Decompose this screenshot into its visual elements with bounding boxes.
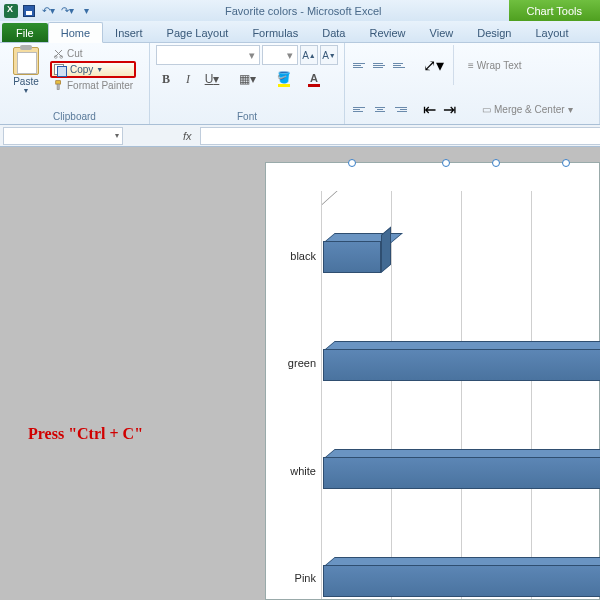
chart-category-label: Pink (295, 572, 316, 584)
align-right-button[interactable] (391, 100, 409, 118)
selection-handle[interactable] (492, 159, 500, 167)
merge-center-button[interactable]: ▭Merge & Center▾ (482, 104, 573, 115)
shrink-font-button[interactable]: A▼ (320, 45, 338, 65)
group-clipboard: Paste ▼ Cut Copy ▼ Format Painter C (0, 43, 150, 124)
instruction-annotation: Press "Ctrl + C" (28, 425, 143, 443)
underline-label: U (205, 72, 214, 86)
chart-bar-white[interactable] (323, 449, 600, 489)
font-size-combo[interactable]: ▾ (262, 45, 298, 65)
ribbon: Paste ▼ Cut Copy ▼ Format Painter C (0, 43, 600, 125)
chart-gridline (321, 191, 322, 599)
svg-rect-2 (56, 81, 61, 84)
chart-bar-black[interactable] (323, 233, 381, 273)
align-middle-button[interactable] (371, 56, 389, 74)
undo-button[interactable]: ↶▾ (40, 3, 56, 19)
align-top-button[interactable] (351, 56, 369, 74)
fill-color-button[interactable]: 🪣 (270, 69, 298, 89)
italic-button[interactable]: I (178, 69, 198, 89)
wrap-text-button[interactable]: ≡Wrap Text (468, 60, 522, 71)
group-label-font: Font (156, 110, 338, 124)
chart-object[interactable]: black green white Pink (265, 162, 600, 600)
merge-label: Merge & Center (494, 104, 565, 115)
title-bar: ↶▾ ↷▾ ▾ Favorite colors - Microsoft Exce… (0, 0, 600, 21)
chart-category-label: green (288, 357, 316, 369)
format-painter-button[interactable]: Format Painter (50, 79, 136, 92)
cut-label: Cut (67, 48, 83, 59)
chart-bar-green[interactable] (323, 341, 600, 381)
grow-font-button[interactable]: A▲ (300, 45, 318, 65)
copy-button[interactable]: Copy ▼ (50, 61, 136, 78)
border-button[interactable]: ▦▾ (234, 69, 260, 89)
group-font: ▾ ▾ A▲ A▼ B I U▾ ▦▾ 🪣 A Font (150, 43, 345, 124)
tab-design[interactable]: Design (465, 23, 523, 42)
group-alignment: ⤢▾ ≡Wrap Text ⇤ ⇥ ▭Merge & Center▾ Align… (345, 43, 600, 124)
copy-icon (54, 64, 67, 75)
align-bottom-button[interactable] (391, 56, 409, 74)
format-painter-label: Format Painter (67, 80, 133, 91)
paste-button[interactable]: Paste ▼ (6, 45, 46, 94)
font-name-combo[interactable]: ▾ (156, 45, 260, 65)
chevron-down-icon: ▼ (96, 66, 103, 73)
qat-customize[interactable]: ▾ (78, 3, 94, 19)
name-box[interactable] (3, 127, 123, 145)
bold-button[interactable]: B (156, 69, 176, 89)
chart-category-label: black (290, 250, 316, 262)
formula-input[interactable] (200, 127, 600, 145)
tab-home[interactable]: Home (48, 22, 103, 43)
tab-layout[interactable]: Layout (523, 23, 580, 42)
selection-handle[interactable] (562, 159, 570, 167)
wrap-icon: ≡ (468, 60, 474, 71)
selection-handle[interactable] (348, 159, 356, 167)
tab-formulas[interactable]: Formulas (240, 23, 310, 42)
worksheet-area: Press "Ctrl + C" black green white Pink (0, 147, 600, 600)
formula-bar: fx (0, 125, 600, 147)
quick-access-toolbar: ↶▾ ↷▾ ▾ (0, 3, 98, 19)
ribbon-tabs: File Home Insert Page Layout Formulas Da… (0, 21, 600, 43)
chart-gridline (461, 191, 462, 599)
decrease-indent-button[interactable]: ⇤ (421, 100, 439, 118)
tab-view[interactable]: View (418, 23, 466, 42)
selection-handle[interactable] (442, 159, 450, 167)
chevron-down-icon: ▼ (23, 87, 30, 94)
copy-label: Copy (70, 64, 93, 75)
tab-file[interactable]: File (2, 23, 48, 42)
increase-indent-button[interactable]: ⇥ (441, 100, 459, 118)
group-label-clipboard: Clipboard (6, 110, 143, 124)
underline-button[interactable]: U▾ (200, 69, 224, 89)
save-button[interactable] (21, 3, 37, 19)
paste-label: Paste (13, 76, 39, 87)
chart-category-label: white (290, 465, 316, 477)
fx-label[interactable]: fx (183, 130, 192, 142)
save-icon (23, 5, 35, 17)
excel-app-icon[interactable] (4, 4, 18, 18)
merge-icon: ▭ (482, 104, 491, 115)
paste-icon (13, 47, 39, 75)
wrap-label: Wrap Text (477, 60, 522, 71)
chart-gridline (391, 191, 392, 599)
align-left-button[interactable] (351, 100, 369, 118)
window-title: Favorite colors - Microsoft Excel (98, 5, 509, 17)
orientation-button[interactable]: ⤢▾ (421, 56, 445, 74)
chart-plot-area (321, 191, 599, 599)
paintbrush-icon (53, 80, 64, 91)
tab-insert[interactable]: Insert (103, 23, 155, 42)
tab-data[interactable]: Data (310, 23, 357, 42)
chart-bar-pink[interactable] (323, 557, 600, 597)
cut-button[interactable]: Cut (50, 47, 136, 60)
chart-gridline (531, 191, 532, 599)
tab-page-layout[interactable]: Page Layout (155, 23, 241, 42)
redo-button[interactable]: ↷▾ (59, 3, 75, 19)
font-color-button[interactable]: A (300, 69, 328, 89)
chart-tools-contextual-label: Chart Tools (509, 0, 600, 21)
tab-review[interactable]: Review (357, 23, 417, 42)
svg-rect-3 (57, 84, 59, 90)
scissors-icon (53, 48, 64, 59)
align-center-button[interactable] (371, 100, 389, 118)
